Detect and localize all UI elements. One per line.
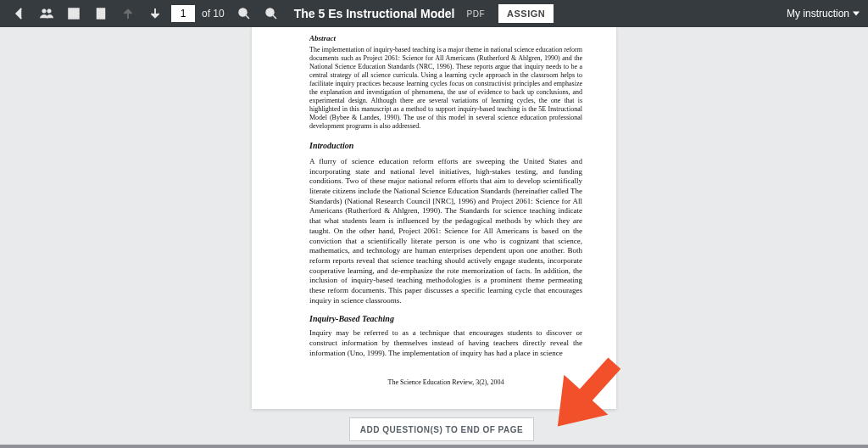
abstract-heading: Abstract: [309, 34, 582, 42]
horizontal-scrollbar[interactable]: [0, 445, 868, 448]
page-up-button[interactable]: [117, 3, 139, 25]
chevron-down-icon: [853, 10, 860, 17]
page-number-input[interactable]: [171, 5, 195, 22]
inquiry-body: Inquiry may be referred to as a techniqu…: [309, 328, 582, 358]
zoom-out-button[interactable]: [233, 3, 255, 25]
document-viewport: Abstract The implementation of inquiry-b…: [0, 27, 868, 448]
svg-point-0: [42, 9, 47, 14]
abstract-body: The implementation of inquiry-based teac…: [309, 46, 582, 131]
pdf-badge: PDF: [467, 9, 486, 19]
people-icon[interactable]: [36, 3, 58, 25]
introduction-heading: Introduction: [309, 141, 582, 150]
clipboard-icon[interactable]: [90, 3, 112, 25]
svg-line-10: [246, 15, 249, 19]
zoom-in-button[interactable]: [260, 3, 282, 25]
my-instruction-dropdown[interactable]: My instruction: [787, 8, 860, 20]
svg-point-1: [47, 9, 52, 14]
page-down-button[interactable]: [144, 3, 166, 25]
edit-icon[interactable]: [63, 3, 85, 25]
document-title: The 5 Es Instructional Model: [294, 7, 455, 20]
toolbar: of 10 The 5 Es Instructional Model PDF A…: [0, 0, 868, 27]
assign-button[interactable]: ASSIGN: [498, 4, 554, 23]
pdf-page: Abstract The implementation of inquiry-b…: [252, 27, 616, 409]
my-instruction-label: My instruction: [787, 8, 849, 20]
footer-citation: The Science Education Review, 3(2), 2004: [309, 378, 582, 386]
add-question-button[interactable]: ADD QUESTION(S) TO END OF PAGE: [349, 417, 534, 441]
svg-line-13: [273, 15, 276, 19]
back-button[interactable]: [8, 3, 31, 25]
svg-marker-16: [853, 12, 860, 16]
inquiry-heading: Inquiry-Based Teaching: [309, 314, 582, 323]
page-total-label: of 10: [202, 8, 225, 20]
introduction-body: A flurry of science education reform eff…: [309, 157, 582, 305]
